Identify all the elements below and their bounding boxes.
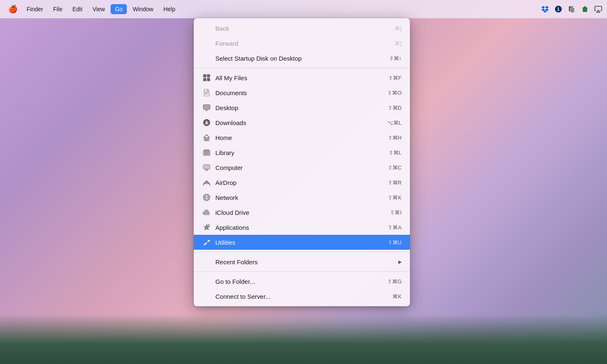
- svg-rect-8: [207, 78, 210, 81]
- applications-label: Applications: [215, 224, 388, 231]
- menu-item-all-my-files[interactable]: All My Files ⇧⌘F: [194, 70, 410, 85]
- forward-icon: [202, 39, 211, 48]
- home-label: Home: [215, 134, 388, 141]
- separator-1: [194, 68, 410, 68]
- forward-shortcut: ⌘]: [395, 40, 402, 47]
- back-label: Back: [215, 25, 395, 32]
- airdrop-shortcut: ⇧⌘R: [388, 180, 402, 186]
- documents-icon: [202, 88, 211, 97]
- svg-marker-4: [597, 10, 600, 12]
- menu-item-documents[interactable]: Documents ⇧⌘O: [194, 85, 410, 100]
- apple-menu[interactable]: 🍎: [5, 3, 21, 15]
- connect-server-shortcut: ⌘K: [392, 293, 402, 300]
- library-label: Library: [215, 149, 389, 156]
- menubar-finder[interactable]: Finder: [22, 4, 47, 14]
- desktop: 🍎 Finder File Edit View Go Window Help 1: [0, 0, 607, 364]
- back-icon: [202, 24, 211, 33]
- menu-item-applications[interactable]: Applications ⇧⌘A: [194, 220, 410, 235]
- desktop-label: Desktop: [215, 104, 388, 111]
- network-shortcut: ⇧⌘K: [388, 194, 402, 201]
- recent-folders-icon: [202, 257, 211, 266]
- back-shortcut: ⌘[: [395, 25, 402, 32]
- svg-rect-6: [207, 74, 210, 77]
- carbon-copy-icon[interactable]: [568, 5, 575, 13]
- menu-item-network[interactable]: Network ⇧⌘K: [194, 190, 410, 205]
- forward-label: Forward: [215, 40, 395, 47]
- all-my-files-shortcut: ⇧⌘F: [388, 75, 402, 81]
- recent-folders-arrow: ▶: [398, 259, 402, 265]
- svg-rect-21: [204, 137, 205, 138]
- menubar-help[interactable]: Help: [159, 4, 180, 14]
- downloads-icon: [202, 118, 211, 127]
- computer-label: Computer: [215, 164, 388, 171]
- svg-rect-13: [204, 105, 210, 109]
- utilities-label: Utilities: [215, 239, 388, 246]
- menubar-right: 1: [541, 5, 602, 13]
- menubar-left: 🍎 Finder File Edit View Go Window Help: [5, 3, 180, 15]
- goto-folder-icon: [202, 277, 211, 286]
- menubar-view[interactable]: View: [88, 4, 109, 14]
- utilities-icon: [202, 238, 211, 247]
- svg-text:1: 1: [557, 7, 560, 12]
- svg-rect-23: [204, 150, 209, 151]
- connect-server-label: Connect to Server...: [215, 293, 392, 300]
- svg-rect-20: [205, 139, 207, 141]
- menu-item-desktop[interactable]: Desktop ⇧⌘D: [194, 100, 410, 115]
- library-icon: [202, 148, 211, 157]
- network-icon: [202, 193, 211, 202]
- airplay-icon[interactable]: [595, 5, 602, 13]
- documents-shortcut: ⇧⌘O: [387, 90, 402, 96]
- svg-rect-27: [204, 165, 210, 169]
- computer-shortcut: ⇧⌘C: [388, 165, 402, 171]
- menu-item-utilities[interactable]: Utilities ⇧⌘U: [194, 235, 410, 250]
- separator-3: [194, 271, 410, 272]
- desktop-shortcut: ⇧⌘D: [388, 105, 402, 111]
- menu-item-library[interactable]: Library ⇧⌘L: [194, 145, 410, 160]
- downloads-label: Downloads: [215, 119, 387, 126]
- goto-folder-shortcut: ⇧⌘G: [387, 278, 402, 285]
- home-shortcut: ⇧⌘H: [388, 135, 402, 141]
- menu-item-home[interactable]: Home ⇧⌘H: [194, 130, 410, 145]
- menu-item-icloud[interactable]: iCloud Drive ⇧⌘I: [194, 205, 410, 220]
- startup-disk-shortcut: ⇧⌘↑: [389, 55, 402, 61]
- separator-2: [194, 252, 410, 252]
- menu-item-startup-disk[interactable]: Select Startup Disk on Desktop ⇧⌘↑: [194, 51, 410, 66]
- menu-item-goto-folder[interactable]: Go to Folder... ⇧⌘G: [194, 274, 410, 289]
- menu-item-forward[interactable]: Forward ⌘]: [194, 36, 410, 51]
- menu-item-computer[interactable]: Computer ⇧⌘C: [194, 160, 410, 175]
- menu-item-airdrop[interactable]: AirDrop ⇧⌘R: [194, 175, 410, 190]
- menu-item-back[interactable]: Back ⌘[: [194, 21, 410, 36]
- menu-item-recent-folders[interactable]: Recent Folders ▶: [194, 254, 410, 269]
- startup-disk-icon: [202, 54, 211, 63]
- menu-item-downloads[interactable]: Downloads ⌥⌘L: [194, 115, 410, 130]
- recent-folders-label: Recent Folders: [215, 258, 398, 266]
- computer-icon: [202, 163, 211, 172]
- svg-rect-7: [203, 78, 206, 81]
- menubar: 🍎 Finder File Edit View Go Window Help 1: [0, 0, 607, 18]
- icloud-shortcut: ⇧⌘I: [390, 209, 402, 216]
- menubar-go[interactable]: Go: [111, 4, 127, 14]
- fantastical-icon[interactable]: [581, 5, 589, 13]
- dropbox-icon[interactable]: [541, 5, 549, 13]
- menu-item-connect-server[interactable]: Connect to Server... ⌘K: [194, 289, 410, 304]
- all-my-files-icon: [202, 73, 211, 82]
- connect-server-icon: [202, 292, 211, 301]
- downloads-shortcut: ⌥⌘L: [387, 120, 402, 126]
- utilities-shortcut: ⇧⌘U: [388, 239, 402, 246]
- onepassword-icon[interactable]: 1: [555, 5, 562, 13]
- airdrop-icon: [202, 178, 211, 187]
- menubar-window[interactable]: Window: [128, 4, 158, 14]
- network-label: Network: [215, 194, 388, 201]
- applications-icon: [202, 223, 211, 232]
- svg-rect-3: [570, 7, 575, 12]
- all-my-files-label: All My Files: [215, 74, 388, 81]
- desktop-icon: [202, 103, 211, 112]
- menubar-edit[interactable]: Edit: [68, 4, 86, 14]
- library-shortcut: ⇧⌘L: [389, 150, 402, 156]
- menubar-file[interactable]: File: [49, 4, 67, 14]
- icloud-icon: [202, 208, 211, 217]
- home-icon: [202, 133, 211, 142]
- startup-disk-label: Select Startup Disk on Desktop: [215, 55, 389, 62]
- documents-label: Documents: [215, 89, 387, 96]
- icloud-label: iCloud Drive: [215, 209, 390, 216]
